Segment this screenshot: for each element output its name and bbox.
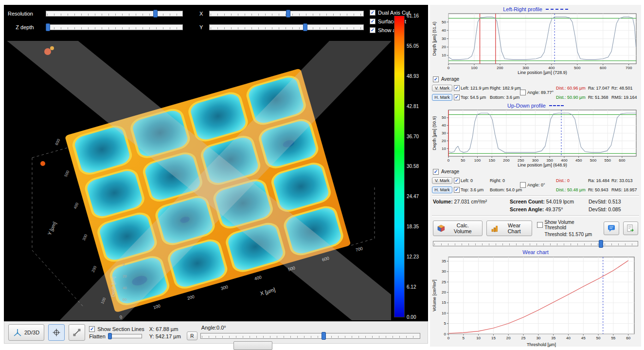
rms-value: RMS: 18.957 bbox=[611, 186, 639, 193]
show-section-lines-checkbox[interactable] bbox=[89, 326, 95, 332]
svg-text:40: 40 bbox=[123, 286, 126, 290]
vertical-distance-value: Dist.: 0 bbox=[556, 177, 587, 184]
view-toggle-label: 2D/3D bbox=[24, 330, 39, 335]
surface-3d-view[interactable]: 0 100 200 300 400 500 600 700 X [µm] 600… bbox=[4, 41, 391, 320]
cursor-x-readout: X: 67.88 µm bbox=[149, 326, 181, 332]
threshold-slider[interactable] bbox=[433, 241, 638, 246]
v-mark-checkbox[interactable] bbox=[454, 85, 460, 91]
svg-text:5: 5 bbox=[444, 321, 447, 326]
v-mark-checkbox[interactable] bbox=[454, 178, 460, 184]
slider-handle[interactable] bbox=[286, 10, 290, 18]
average-label: Average bbox=[441, 76, 459, 82]
slider-handle[interactable] bbox=[322, 332, 326, 340]
angle-slider[interactable] bbox=[200, 333, 420, 339]
average-checkbox[interactable] bbox=[433, 76, 439, 82]
h-mark-checkbox[interactable] bbox=[454, 187, 460, 193]
notes-button[interactable] bbox=[604, 221, 619, 235]
bar-chart-icon bbox=[491, 224, 499, 232]
svg-text:50: 50 bbox=[442, 20, 446, 24]
slider-handle[interactable] bbox=[153, 10, 158, 18]
zdepth-slider[interactable] bbox=[46, 24, 183, 30]
svg-text:15: 15 bbox=[491, 336, 496, 340]
show-volume-threshold-checkbox[interactable] bbox=[537, 222, 543, 228]
y-position-slider[interactable] bbox=[209, 24, 364, 30]
svg-text:100: 100 bbox=[471, 66, 478, 70]
colorbar-label: 30.58 bbox=[407, 164, 419, 169]
resolution-label: Resolution bbox=[8, 11, 42, 17]
bottom-mark-value: Bottom: 3.6 µm bbox=[490, 95, 519, 100]
svg-text:500: 500 bbox=[64, 169, 71, 177]
up-down-profile-chart[interactable]: 0501001502002503003504004505005506001020… bbox=[432, 109, 639, 168]
report-export-icon bbox=[626, 224, 635, 232]
v-mark-button[interactable]: V. Mark bbox=[432, 177, 452, 184]
h-mark-button[interactable]: H. Mark bbox=[432, 186, 452, 193]
cube-icon bbox=[437, 224, 445, 232]
flatten-label: Flatten bbox=[89, 333, 106, 339]
wear-chart[interactable]: 05101520253035404550556005101520253035Th… bbox=[432, 255, 639, 348]
screen-count-label: Screen Count: bbox=[510, 199, 545, 204]
slider-handle[interactable] bbox=[303, 23, 307, 31]
slider-handle[interactable] bbox=[108, 333, 112, 339]
average-label: Average bbox=[441, 169, 459, 174]
y-slider-row: Y bbox=[199, 24, 364, 30]
svg-text:0: 0 bbox=[447, 66, 450, 70]
average-checkbox[interactable] bbox=[433, 169, 439, 175]
svg-text:10: 10 bbox=[442, 147, 446, 151]
left-right-profile-chart[interactable]: 01002003004005006007001020304050Line pos… bbox=[432, 12, 639, 75]
svg-text:50: 50 bbox=[596, 336, 601, 340]
svg-text:200: 200 bbox=[497, 66, 503, 70]
diagonal-line-icon bbox=[73, 329, 81, 336]
x-position-slider[interactable] bbox=[209, 11, 364, 17]
resolution-slider[interactable] bbox=[46, 11, 183, 17]
reset-angle-button[interactable]: R bbox=[187, 332, 197, 340]
export-report-button[interactable] bbox=[623, 221, 638, 235]
dual-axis-cut-checkbox[interactable] bbox=[370, 10, 376, 16]
volume-value: 27.031 cm³/m² bbox=[454, 199, 487, 204]
h-mark-checkbox[interactable] bbox=[454, 94, 460, 100]
calc-volume-button[interactable]: Calc. Volume bbox=[433, 221, 483, 236]
cursor-readout: X: 67.88 µm Y: 542.17 µm bbox=[149, 326, 181, 339]
svg-text:50: 50 bbox=[461, 158, 465, 163]
svg-text:100: 100 bbox=[153, 303, 161, 310]
h-mark-button[interactable]: H. Mark bbox=[432, 94, 452, 101]
angle-checkbox[interactable] bbox=[520, 182, 526, 188]
dashed-line-legend bbox=[549, 105, 564, 106]
axes-3d-icon bbox=[13, 328, 22, 337]
x-label: X bbox=[199, 11, 205, 17]
svg-text:250: 250 bbox=[518, 158, 524, 163]
cropped-button[interactable] bbox=[233, 341, 272, 350]
horizontal-distance-value: Dist.: 50.48 µm bbox=[556, 186, 587, 193]
dashed-line-legend bbox=[546, 9, 568, 10]
show-axes-checkbox[interactable] bbox=[370, 27, 376, 33]
view-2d3d-toggle-button[interactable]: 2D/3D bbox=[8, 324, 44, 341]
svg-text:550: 550 bbox=[604, 158, 611, 163]
line-section-tool-button[interactable] bbox=[69, 324, 85, 341]
divider bbox=[432, 215, 639, 217]
profile1-average-row: Average bbox=[432, 75, 639, 83]
show-section-lines-option[interactable]: Show Section Lines bbox=[89, 326, 144, 332]
y-label: Y bbox=[199, 24, 205, 30]
slider-handle[interactable] bbox=[46, 23, 50, 31]
svg-text:200: 200 bbox=[187, 294, 195, 301]
slider-handle[interactable] bbox=[599, 240, 603, 248]
v-mark-button[interactable]: V. Mark bbox=[432, 85, 452, 92]
svg-text:60: 60 bbox=[123, 297, 126, 302]
surface-cut-checkbox[interactable] bbox=[370, 18, 376, 24]
screen-angle-devstd: DevStd: 0.085 bbox=[589, 206, 638, 212]
flatten-slider[interactable] bbox=[108, 334, 142, 338]
svg-text:10: 10 bbox=[476, 336, 481, 340]
colorbar-label: 55.05 bbox=[407, 43, 419, 49]
colorbar-label: 48.93 bbox=[407, 74, 419, 79]
show-volume-threshold-option[interactable]: Show Volume Threshold bbox=[537, 220, 596, 230]
svg-text:200: 200 bbox=[503, 158, 510, 163]
right-mark-value: Right: 0 bbox=[490, 178, 519, 183]
svg-text:30: 30 bbox=[442, 131, 446, 135]
analysis-panel: Left-Right profile 010020030040050060070… bbox=[430, 5, 641, 347]
svg-text:25: 25 bbox=[442, 280, 446, 284]
angle-checkbox[interactable] bbox=[520, 90, 526, 95]
crosshair-tool-button[interactable] bbox=[48, 324, 65, 341]
svg-text:400: 400 bbox=[548, 66, 555, 70]
y-axis-label-3d: Y [µm] bbox=[47, 221, 57, 236]
svg-text:600: 600 bbox=[600, 66, 607, 70]
wear-chart-button[interactable]: Wear Chart bbox=[486, 221, 532, 236]
